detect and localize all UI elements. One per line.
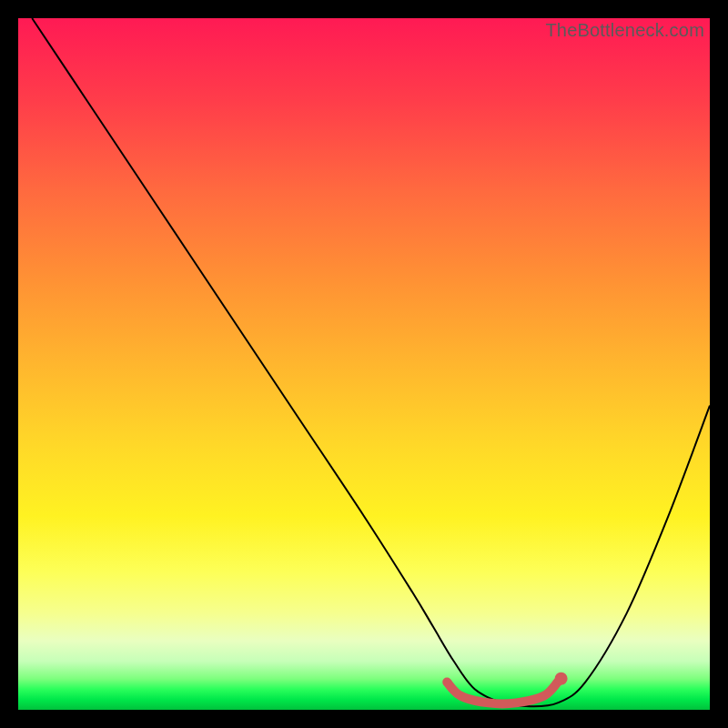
bottleneck-curve [32, 18, 710, 706]
optimal-end-dot [555, 672, 568, 685]
optimal-region-curve [447, 682, 558, 704]
chart-frame: TheBottleneck.com [18, 18, 710, 710]
curve-layer [18, 18, 710, 710]
